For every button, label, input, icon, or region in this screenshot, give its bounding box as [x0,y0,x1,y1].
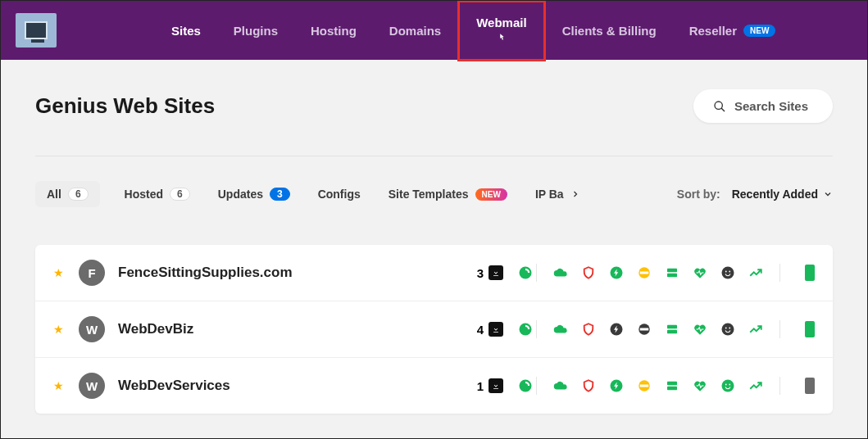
filter-tabs: All 6 Hosted 6 Updates 3 Configs Site Te… [35,181,833,207]
chevron-right-icon [570,189,580,199]
nav-domains[interactable]: Domains [373,16,457,46]
svg-rect-6 [667,269,677,273]
site-row[interactable]: ★ F FenceSittingSupplies.com 3 [35,245,833,301]
smile-icon[interactable] [720,265,735,280]
tab-hosted-label: Hosted [125,188,163,201]
svg-point-18 [725,328,727,329]
swirl-icon[interactable] [518,322,533,337]
shield-icon[interactable] [581,265,596,280]
brand-logo[interactable] [16,13,57,48]
cloud-icon[interactable] [553,322,568,337]
nav-webmail[interactable]: Webmail [457,0,545,61]
svg-rect-24 [667,382,677,386]
server-icon[interactable] [665,322,679,337]
tab-ip-backups[interactable]: IP Ba [532,181,584,207]
search-icon [713,100,726,113]
svg-point-9 [725,271,727,273]
tab-templates-label: Site Templates [389,188,469,201]
site-avatar: F [79,260,105,286]
update-count-value: 1 [477,379,484,393]
site-name[interactable]: FenceSittingSupplies.com [118,265,477,281]
tab-all-label: All [47,188,61,201]
update-count[interactable]: 3 [477,265,503,280]
download-icon [489,322,503,337]
trend-icon[interactable] [748,378,763,393]
svg-point-17 [722,324,734,336]
update-count[interactable]: 1 [477,378,503,393]
primary-nav: Sites Plugins Hosting Domains Webmail Cl… [155,0,792,61]
bolt-icon[interactable] [609,265,624,280]
svg-rect-14 [640,328,649,331]
shield-icon[interactable] [581,378,596,393]
status-icons [533,377,815,395]
nav-reseller[interactable]: Reseller NEW [673,16,793,46]
svg-rect-25 [667,387,677,391]
svg-rect-23 [640,385,649,387]
cloud-icon[interactable] [553,265,568,280]
tab-updates-label: Updates [218,188,263,201]
update-count-value: 4 [477,323,484,337]
bolt-icon[interactable] [609,378,624,393]
new-pill: NEW [475,188,507,201]
tab-updates-count: 3 [270,188,290,201]
svg-point-8 [722,267,734,279]
star-icon[interactable]: ★ [53,323,64,336]
tab-configs[interactable]: Configs [315,181,364,207]
site-row[interactable]: ★ W WebDevBiz 4 [35,301,833,358]
bolt-icon[interactable] [609,322,624,337]
coin-icon[interactable] [637,378,652,393]
trend-icon[interactable] [748,322,763,337]
coin-icon[interactable] [637,265,652,280]
sort-dropdown[interactable]: Recently Added [732,188,833,201]
smile-icon[interactable] [720,378,735,393]
smile-icon[interactable] [720,322,735,337]
site-name[interactable]: WebDevServices [118,378,477,394]
page-content: Genius Web Sites Search Sites All 6 Host… [1,60,867,414]
star-icon[interactable]: ★ [53,266,64,279]
search-sites[interactable]: Search Sites [693,89,833,123]
search-placeholder-text: Search Sites [734,99,808,113]
cursor-pointer-icon [496,31,507,46]
svg-rect-7 [667,274,677,278]
server-icon[interactable] [665,265,679,280]
tab-hosted-count: 6 [170,188,190,201]
nav-plugins[interactable]: Plugins [217,16,294,46]
svg-rect-15 [667,325,677,329]
divider [35,156,833,156]
heartbeat-icon[interactable] [693,378,707,393]
sort-label: Sort by: [677,188,720,201]
book-icon[interactable] [805,321,815,337]
update-count[interactable]: 4 [477,322,503,337]
swirl-icon[interactable] [518,378,533,393]
swirl-icon[interactable] [518,265,533,280]
book-icon[interactable] [805,378,815,394]
nav-webmail-label: Webmail [476,16,526,29]
site-row[interactable]: ★ W WebDevServices 1 [35,358,833,414]
tab-site-templates[interactable]: Site Templates NEW [385,181,511,207]
star-icon[interactable]: ★ [53,379,64,392]
site-name[interactable]: WebDevBiz [118,321,477,337]
nav-reseller-label: Reseller [689,24,737,38]
download-icon [489,265,503,280]
tab-all[interactable]: All 6 [35,181,100,207]
shield-icon[interactable] [581,322,596,337]
nav-clients-billing[interactable]: Clients & Billing [546,16,673,46]
heartbeat-icon[interactable] [693,322,707,337]
status-icons [533,264,815,282]
svg-point-0 [715,102,722,109]
nav-sites[interactable]: Sites [155,16,217,46]
book-icon[interactable] [805,265,815,281]
heartbeat-icon[interactable] [693,265,707,280]
coin-icon[interactable] [637,322,652,337]
cloud-icon[interactable] [553,378,568,393]
server-icon[interactable] [665,378,679,393]
tab-all-count: 6 [68,188,89,201]
status-icons [533,320,815,338]
svg-point-10 [729,271,730,273]
tab-hosted[interactable]: Hosted 6 [121,181,193,207]
download-icon [489,378,503,393]
tab-updates[interactable]: Updates 3 [215,181,293,207]
trend-icon[interactable] [748,265,763,280]
chevron-down-icon [823,189,833,199]
nav-hosting[interactable]: Hosting [294,16,373,46]
